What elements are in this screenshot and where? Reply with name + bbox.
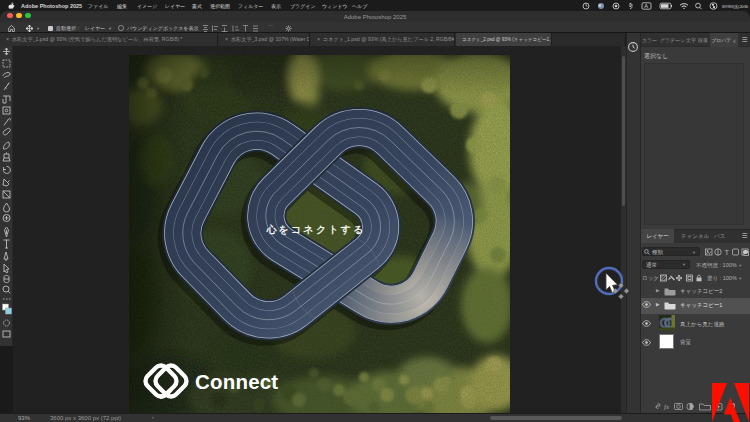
svg-text:心をコネクトする: 心をコネクトする xyxy=(265,224,365,235)
svg-text:T: T xyxy=(725,248,730,256)
svg-text:A: A xyxy=(644,3,648,9)
svg-text:fx: fx xyxy=(664,403,670,411)
svg-text:Connect: Connect xyxy=(195,370,278,393)
svg-text:8月9日(水) 20:36: 8月9日(水) 20:36 xyxy=(722,4,749,9)
